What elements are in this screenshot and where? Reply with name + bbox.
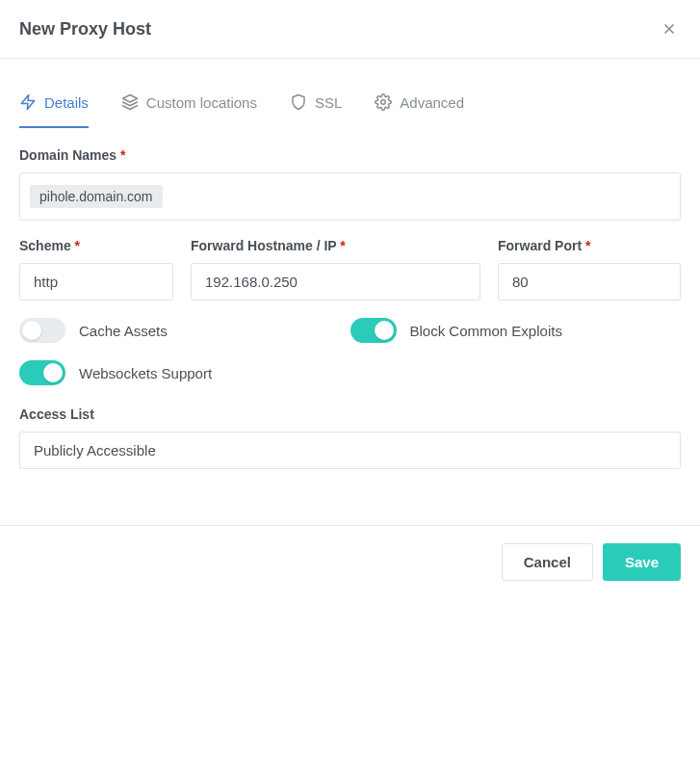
- form-group-access-list: Access List: [19, 406, 681, 469]
- scheme-label-text: Scheme: [19, 238, 71, 253]
- form-group-hostname: Forward Hostname / IP *: [191, 238, 480, 301]
- port-input[interactable]: [498, 263, 681, 301]
- close-button[interactable]: [658, 17, 681, 40]
- tab-advanced-label: Advanced: [400, 94, 464, 111]
- modal-body: Domain Names * pihole.domain.com Scheme …: [0, 128, 700, 506]
- tab-custom-locations[interactable]: Custom locations: [121, 82, 257, 128]
- new-proxy-host-modal: New Proxy Host Details Custom locations: [0, 0, 700, 598]
- shield-icon: [290, 93, 307, 111]
- modal-title: New Proxy Host: [19, 19, 151, 39]
- hostname-input[interactable]: [191, 263, 480, 301]
- hostname-label-text: Forward Hostname / IP: [191, 238, 336, 253]
- form-group-port: Forward Port *: [498, 238, 681, 301]
- hostname-label: Forward Hostname / IP *: [191, 238, 480, 253]
- toggle-group-websockets: Websockets Support: [19, 360, 681, 385]
- svg-point-4: [381, 100, 386, 105]
- form-group-domain-names: Domain Names * pihole.domain.com: [19, 147, 681, 221]
- domain-names-input[interactable]: pihole.domain.com: [19, 172, 681, 221]
- save-button[interactable]: Save: [603, 543, 681, 581]
- cancel-button[interactable]: Cancel: [502, 543, 593, 581]
- toggle-row-1: Cache Assets Block Common Exploits: [19, 318, 681, 343]
- zap-icon: [19, 93, 37, 111]
- modal-header: New Proxy Host: [0, 0, 700, 58]
- form-row-forward: Scheme * Forward Hostname / IP * Forward…: [19, 238, 681, 301]
- toggle-knob: [22, 321, 41, 340]
- modal-footer: Cancel Save: [0, 525, 700, 598]
- header-divider: [0, 58, 700, 59]
- domain-names-label: Domain Names *: [19, 147, 681, 163]
- cache-assets-toggle[interactable]: [19, 318, 65, 343]
- toggle-knob: [43, 363, 63, 382]
- toggle-group-cache: Cache Assets: [19, 318, 350, 343]
- websockets-toggle[interactable]: [19, 360, 65, 385]
- tab-custom-locations-label: Custom locations: [146, 94, 257, 111]
- svg-marker-2: [21, 95, 35, 110]
- websockets-label: Websockets Support: [79, 365, 212, 381]
- port-label: Forward Port *: [498, 238, 681, 253]
- tab-advanced[interactable]: Advanced: [375, 82, 464, 128]
- tabs: Details Custom locations SSL Advanced: [0, 82, 700, 128]
- domain-tag[interactable]: pihole.domain.com: [30, 185, 163, 208]
- toggle-row-2: Websockets Support: [19, 360, 681, 385]
- required-asterisk: *: [585, 238, 590, 253]
- svg-marker-3: [122, 95, 137, 103]
- settings-icon: [375, 93, 392, 111]
- form-group-scheme: Scheme *: [19, 238, 173, 301]
- access-list-label: Access List: [19, 406, 681, 422]
- block-exploits-label: Block Common Exploits: [410, 323, 562, 339]
- toggle-knob: [375, 321, 394, 340]
- tab-details-label: Details: [44, 94, 89, 111]
- tab-ssl-label: SSL: [315, 94, 342, 111]
- close-icon: [661, 21, 677, 37]
- cache-assets-label: Cache Assets: [79, 323, 168, 339]
- tab-ssl[interactable]: SSL: [290, 82, 342, 128]
- tab-details[interactable]: Details: [19, 82, 89, 128]
- scheme-select[interactable]: [19, 263, 173, 301]
- layers-icon: [121, 93, 139, 111]
- required-asterisk: *: [120, 147, 125, 163]
- access-list-select[interactable]: [19, 432, 681, 469]
- domain-names-label-text: Domain Names: [19, 147, 117, 163]
- port-label-text: Forward Port: [498, 238, 582, 253]
- required-asterisk: *: [340, 238, 345, 253]
- required-asterisk: *: [75, 238, 80, 253]
- toggle-group-block-exploits: Block Common Exploits: [350, 318, 682, 343]
- scheme-label: Scheme *: [19, 238, 173, 253]
- block-exploits-toggle[interactable]: [350, 318, 397, 343]
